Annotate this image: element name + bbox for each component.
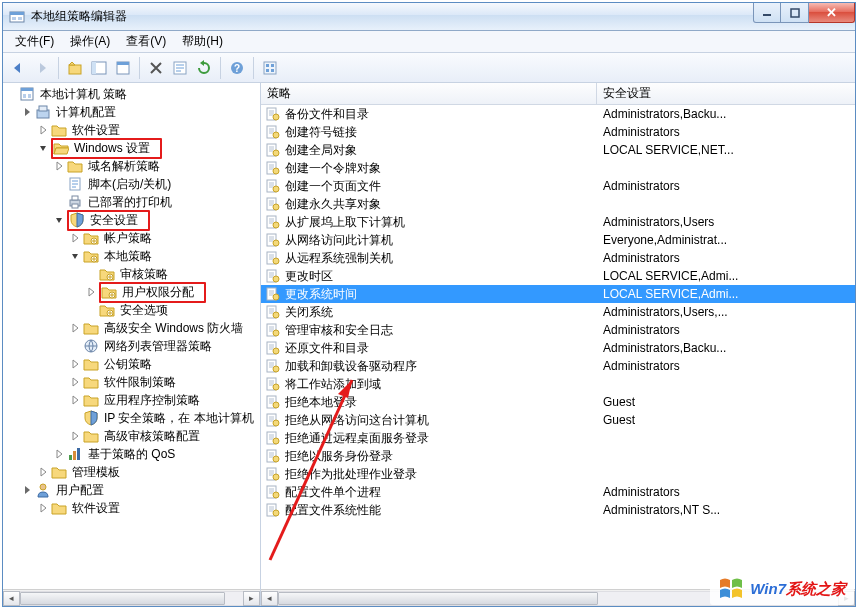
expander-icon[interactable] [69,430,81,442]
tree-node-computer_config[interactable]: 计算机配置 [5,103,260,121]
tree-node-user_config[interactable]: 用户配置 [5,481,260,499]
tree-node-security[interactable]: 安全设置 [5,211,260,229]
close-button[interactable]: ✕ [809,3,855,23]
expander-icon[interactable] [69,358,81,370]
list-header: 策略 安全设置 [261,83,855,105]
tree-node-local_policy[interactable]: 本地策略 [5,247,260,265]
expander-icon[interactable] [53,214,65,226]
tree-node-adv_firewall[interactable]: 高级安全 Windows 防火墙 [5,319,260,337]
policy-row[interactable]: 创建一个页面文件Administrators [261,177,855,195]
policy-row[interactable]: 关闭系统Administrators,Users,... [261,303,855,321]
tree-node-root[interactable]: 本地计算机 策略 [5,85,260,103]
tree-node-admin_templates[interactable]: 管理模板 [5,463,260,481]
policy-setting: Administrators [597,179,855,193]
scroll-thumb[interactable] [278,592,598,605]
menu-view[interactable]: 查看(V) [118,31,174,52]
tree-node-scripts[interactable]: 脚本(启动/关机) [5,175,260,193]
policy-row[interactable]: 管理审核和安全日志Administrators [261,321,855,339]
scroll-left-arrow[interactable]: ◂ [261,591,278,606]
policy-row[interactable]: 创建符号链接Administrators [261,123,855,141]
menu-help[interactable]: 帮助(H) [174,31,231,52]
expander-icon[interactable] [37,142,49,154]
list-body[interactable]: 备份文件和目录Administrators,Backu...创建符号链接Admi… [261,105,855,589]
policy-row[interactable]: 更改时区LOCAL SERVICE,Admi... [261,267,855,285]
policy-row[interactable]: 从网络访问此计算机Everyone,Administrat... [261,231,855,249]
node-label: 本地计算机 策略 [38,86,129,103]
tree-node-printers[interactable]: 已部署的打印机 [5,193,260,211]
up-button[interactable] [64,57,86,79]
tree-view[interactable]: 本地计算机 策略计算机配置软件设置Windows 设置域名解析策略脚本(启动/关… [3,83,260,589]
back-button[interactable] [7,57,29,79]
expander-icon[interactable] [69,376,81,388]
export-list-button[interactable] [112,57,134,79]
policy-row[interactable]: 配置文件系统性能Administrators,NT S... [261,501,855,519]
minimize-button[interactable] [753,3,781,23]
tree-node-audit_policy[interactable]: 审核策略 [5,265,260,283]
menu-action[interactable]: 操作(A) [62,31,118,52]
tree-node-name_res[interactable]: 域名解析策略 [5,157,260,175]
policy-row[interactable]: 将工作站添加到域 [261,375,855,393]
expander-icon[interactable] [69,232,81,244]
tree-node-ipsec[interactable]: IP 安全策略，在 本地计算机 [5,409,260,427]
col-header-setting[interactable]: 安全设置 [597,83,855,104]
expander-icon[interactable] [53,160,65,172]
tree-node-user_software[interactable]: 软件设置 [5,499,260,517]
policy-row[interactable]: 加载和卸载设备驱动程序Administrators [261,357,855,375]
refresh-button[interactable] [193,57,215,79]
policy-row[interactable]: 创建永久共享对象 [261,195,855,213]
tree-node-security_options[interactable]: 安全选项 [5,301,260,319]
show-hide-tree-button[interactable] [88,57,110,79]
policy-row[interactable]: 拒绝本地登录Guest [261,393,855,411]
tree-node-adv_audit[interactable]: 高级审核策略配置 [5,427,260,445]
maximize-button[interactable] [781,3,809,23]
title-bar[interactable]: 本地组策略编辑器 ✕ [3,3,855,31]
policy-row[interactable]: 从扩展坞上取下计算机Administrators,Users [261,213,855,231]
tree-node-user_rights[interactable]: 用户权限分配 [5,283,260,301]
left-hscrollbar[interactable]: ◂ ▸ [3,589,260,606]
policy-row[interactable]: 拒绝以服务身份登录 [261,447,855,465]
node-icon [83,410,99,426]
tree-node-pubkey[interactable]: 公钥策略 [5,355,260,373]
expander-icon[interactable] [69,250,81,262]
svg-point-82 [273,492,279,498]
properties-button[interactable] [169,57,191,79]
action-button[interactable] [259,57,281,79]
expander-icon[interactable] [53,448,65,460]
expander-icon[interactable] [21,484,33,496]
policy-row[interactable]: 还原文件和目录Administrators,Backu... [261,339,855,357]
policy-row[interactable]: 更改系统时间LOCAL SERVICE,Admi... [261,285,855,303]
scroll-right-arrow[interactable]: ▸ [243,591,260,606]
col-header-policy[interactable]: 策略 [261,83,597,104]
scroll-left-arrow[interactable]: ◂ [3,591,20,606]
scroll-thumb[interactable] [20,592,225,605]
policy-icon [265,269,281,283]
forward-button[interactable] [31,57,53,79]
policy-row[interactable]: 备份文件和目录Administrators,Backu... [261,105,855,123]
policy-row[interactable]: 创建全局对象LOCAL SERVICE,NET... [261,141,855,159]
expander-icon[interactable] [85,286,97,298]
expander-icon[interactable] [37,466,49,478]
node-icon [83,356,99,372]
tree-node-netlist[interactable]: 网络列表管理器策略 [5,337,260,355]
policy-row[interactable]: 配置文件单个进程Administrators [261,483,855,501]
tree-node-software_settings[interactable]: 软件设置 [5,121,260,139]
menu-file[interactable]: 文件(F) [7,31,62,52]
policy-row[interactable]: 拒绝作为批处理作业登录 [261,465,855,483]
tree-node-app_control[interactable]: 应用程序控制策略 [5,391,260,409]
expander-icon[interactable] [69,394,81,406]
policy-row[interactable]: 拒绝通过远程桌面服务登录 [261,429,855,447]
tree-node-software_restrict[interactable]: 软件限制策略 [5,373,260,391]
tree-node-windows_settings[interactable]: Windows 设置 [5,139,260,157]
expander-icon[interactable] [21,106,33,118]
delete-button[interactable] [145,57,167,79]
policy-row[interactable]: 创建一个令牌对象 [261,159,855,177]
tree-node-account_policy[interactable]: 帐户策略 [5,229,260,247]
node-label: 软件设置 [70,500,122,517]
expander-icon[interactable] [37,502,49,514]
policy-row[interactable]: 拒绝从网络访问这台计算机Guest [261,411,855,429]
expander-icon[interactable] [69,322,81,334]
policy-row[interactable]: 从远程系统强制关机Administrators [261,249,855,267]
help-button[interactable]: ? [226,57,248,79]
expander-icon[interactable] [37,124,49,136]
tree-node-qos[interactable]: 基于策略的 QoS [5,445,260,463]
